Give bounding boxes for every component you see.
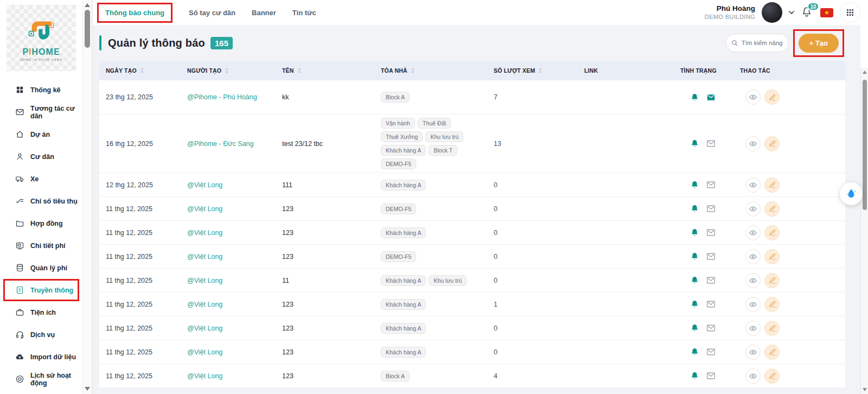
column-header-so-luot-xem[interactable]: SỐ LƯỢT XEM	[487, 67, 578, 74]
sidebar-item-tien-ich[interactable]: Tiện ích	[3, 301, 79, 323]
view-button[interactable]	[745, 177, 761, 193]
view-button[interactable]	[745, 368, 761, 384]
edit-button[interactable]	[764, 321, 780, 336]
edit-button[interactable]	[764, 345, 780, 360]
tab-banner[interactable]: Banner	[252, 3, 276, 22]
table-row: 11 thg 12, 2025@Việt Long123Khách hàng A…	[99, 316, 845, 340]
mail-status-icon	[706, 276, 716, 285]
tab-thong-bao-chung[interactable]: Thông báo chung	[105, 9, 164, 17]
cell-actions	[733, 365, 845, 387]
edit-button[interactable]	[764, 90, 780, 105]
column-header-link[interactable]: LINK	[578, 67, 674, 74]
creator-link[interactable]: @Việt Long	[187, 348, 222, 356]
cell-buildings: Vận hànhThuê ĐấtThuê XưởngKhu lưu trúKhá…	[374, 115, 487, 173]
sidebar-item-dich-vu[interactable]: Dịch vụ	[3, 323, 79, 346]
edit-button[interactable]	[764, 136, 780, 151]
column-header-ngay-tao[interactable]: NGÀY TẠO	[99, 67, 181, 74]
page-scrollbar-thumb[interactable]	[863, 80, 867, 210]
cell-view-count: 0	[487, 274, 578, 288]
creator-link[interactable]: @Việt Long	[187, 229, 222, 237]
sidebar-item-chi-so-tieu-thu[interactable]: Chỉ số tiêu thụ	[3, 190, 79, 212]
column-header-ten[interactable]: TÊN	[276, 67, 374, 74]
floating-chat-widget[interactable]	[840, 182, 863, 205]
sidebar-item-cu-dan[interactable]: Cư dân	[3, 145, 79, 168]
view-button[interactable]	[745, 273, 761, 288]
view-button[interactable]	[745, 136, 761, 151]
cell-view-count: 13	[487, 137, 578, 151]
view-button[interactable]	[745, 321, 761, 336]
cell-creator: @Việt Long	[181, 178, 276, 192]
creator-link[interactable]: @Pihome - Phú Hoàng	[187, 93, 257, 101]
page-scrollbar[interactable]	[860, 68, 868, 394]
eye-icon	[749, 324, 757, 333]
notifications-button[interactable]: 10	[801, 6, 814, 19]
apps-grid-button[interactable]	[840, 2, 860, 23]
view-button[interactable]	[745, 225, 761, 240]
cell-name: 123	[276, 345, 374, 359]
sidebar-scrollbar[interactable]	[82, 0, 92, 394]
avatar[interactable]	[762, 2, 782, 23]
content-area: Quản lý thông báo 165 + Tạo NGÀY TẠONGƯỜ…	[93, 25, 868, 394]
scroll-up-arrow-icon[interactable]	[863, 71, 867, 74]
cell-created-date: 11 thg 12, 2025	[99, 345, 181, 359]
creator-link[interactable]: @Việt Long	[187, 277, 222, 284]
cell-actions	[733, 222, 845, 244]
scroll-down-arrow-icon[interactable]	[85, 387, 90, 391]
sidebar-item-import-du-lieu[interactable]: Import dữ liệu	[3, 346, 79, 368]
edit-button[interactable]	[764, 249, 780, 264]
advanced-search	[726, 34, 789, 52]
receipt-icon	[15, 241, 24, 250]
creator-link[interactable]: @Việt Long	[187, 301, 222, 308]
view-button[interactable]	[745, 249, 761, 264]
view-button[interactable]	[745, 345, 761, 360]
creator-link[interactable]: @Việt Long	[187, 205, 222, 213]
chevron-down-icon[interactable]	[789, 11, 794, 14]
sidebar-item-lich-su-hoat-dong[interactable]: Lịch sử hoạt động	[3, 368, 79, 390]
creator-link[interactable]: @Việt Long	[187, 253, 222, 260]
column-header-toa-nha[interactable]: TÒA NHÀ	[374, 67, 487, 74]
user-name: Phú Hoàng	[705, 4, 755, 14]
sidebar-item-thong-ke[interactable]: Thống kê	[3, 79, 79, 101]
creator-link[interactable]: @Việt Long	[187, 372, 222, 380]
building-tag: Thuê Xưởng	[381, 131, 423, 142]
cell-creator: @Việt Long	[181, 321, 276, 335]
sidebar-item-quan-ly-phi[interactable]: Quản lý phí	[3, 257, 79, 279]
edit-button[interactable]	[764, 225, 780, 240]
mail-status-icon	[706, 204, 716, 213]
view-button[interactable]	[745, 90, 761, 105]
view-button[interactable]	[745, 297, 761, 312]
view-button[interactable]	[745, 201, 761, 217]
column-label: SỐ LƯỢT XEM	[494, 67, 535, 74]
title-accent-bar	[99, 35, 101, 50]
vietnam-flag-icon[interactable]: ★	[820, 8, 833, 17]
scroll-down-arrow-icon[interactable]	[863, 388, 867, 391]
creator-link[interactable]: @Việt Long	[187, 325, 222, 332]
column-header-nguoi-tao[interactable]: NGƯỜI TẠO	[181, 67, 276, 74]
edit-button[interactable]	[764, 201, 780, 217]
sidebar-item-xe[interactable]: Xe	[3, 168, 79, 190]
cloud-upload-icon	[15, 352, 24, 361]
cell-buildings: Khách hàng A	[374, 344, 487, 361]
creator-link[interactable]: @Việt Long	[187, 181, 222, 189]
sidebar-item-tuong-tac-cu-dan[interactable]: Tương tác cư dân	[3, 101, 79, 123]
creator-link[interactable]: @Pihome - Đức Sang	[187, 140, 254, 148]
edit-button[interactable]	[764, 297, 780, 312]
eye-icon	[749, 181, 757, 189]
create-button[interactable]: + Tạo	[799, 34, 839, 53]
notifications-table: NGÀY TẠONGƯỜI TẠOTÊNTÒA NHÀSỐ LƯỢT XEMLI…	[99, 61, 845, 387]
sidebar-item-hop-dong[interactable]: Hợp đồng	[3, 212, 79, 234]
sidebar-item-chi-tiet-phi[interactable]: Chi tiết phí	[3, 234, 79, 257]
tab-tin-tuc[interactable]: Tin tức	[292, 3, 316, 22]
tab-so-tay-cu-dan[interactable]: Số tay cư dân	[189, 3, 235, 22]
cell-created-date: 12 thg 12, 2025	[99, 178, 181, 192]
sidebar-scrollbar-thumb[interactable]	[85, 10, 90, 48]
column-header-thao-tac[interactable]: THAO TÁC	[733, 67, 845, 74]
edit-button[interactable]	[764, 273, 780, 288]
column-header-tinh-trang[interactable]: TÌNH TRẠNG	[674, 67, 733, 74]
scroll-up-arrow-icon[interactable]	[85, 3, 90, 7]
edit-button[interactable]	[764, 177, 780, 193]
edit-button[interactable]	[764, 368, 780, 384]
cell-status	[674, 296, 733, 312]
sidebar-item-du-an[interactable]: Dự án	[3, 123, 79, 145]
sidebar-item-truyen-thong[interactable]: Truyền thông	[3, 279, 79, 301]
